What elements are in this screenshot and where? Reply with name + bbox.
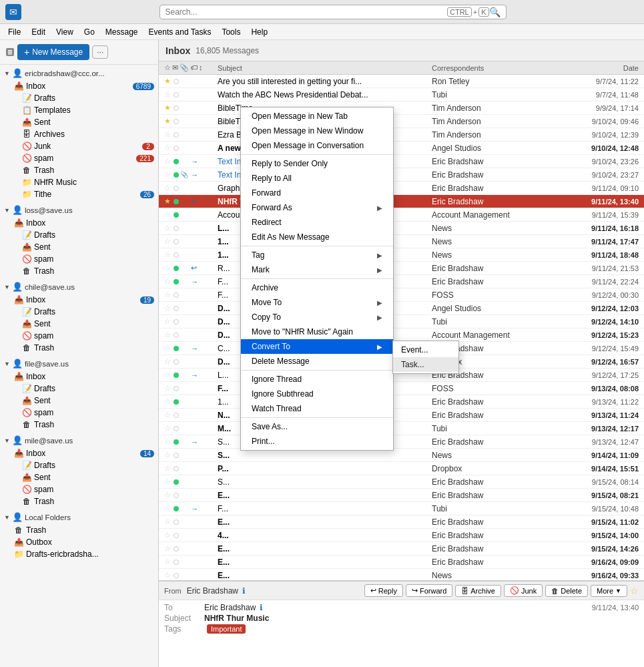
table-row[interactable]: ☆L...News9/11/24, 16:18 — [159, 222, 644, 235]
star-icon[interactable]: ☆ — [164, 384, 172, 393]
table-row[interactable]: ☆→F...Eric Bradshaw9/11/24, 22:24 — [159, 275, 644, 288]
menu-item-go[interactable]: Go — [79, 26, 100, 38]
star-icon[interactable]: ☆ — [164, 184, 172, 192]
archive-button[interactable]: 🗄 Archive — [455, 585, 501, 597]
folder-item-spam[interactable]: 🚫spam — [0, 330, 158, 342]
star-icon[interactable]: ☆ — [164, 411, 172, 419]
star-icon[interactable]: ☆ — [164, 304, 172, 312]
table-row[interactable]: ☆P...Dropbox9/14/24, 15:51 — [159, 462, 644, 475]
folder-item-drafts[interactable]: 📝Drafts — [0, 229, 158, 241]
folder-item-inbox[interactable]: 📥Inbox — [0, 217, 158, 229]
col-subject-header[interactable]: Subject — [218, 64, 432, 72]
forward-button[interactable]: ↪ Forward — [406, 584, 452, 597]
table-row[interactable]: ☆D...Angel Studios9/12/24, 12:03 — [159, 302, 644, 315]
folder-item-sent[interactable]: 📤Sent — [0, 318, 158, 330]
star-icon[interactable]: ☆ — [164, 558, 172, 566]
context-menu-item-open-message-in-new-window[interactable]: Open Message in New Window — [241, 124, 393, 138]
star-icon[interactable]: ☆ — [164, 477, 172, 486]
star-icon[interactable]: ☆ — [164, 504, 172, 513]
submenu-item-event---[interactable]: Event... — [393, 343, 458, 357]
context-menu-item-open-message-in-conversation[interactable]: Open Message in Conversation — [241, 138, 393, 153]
table-row[interactable]: ☆E...Eric Bradshaw9/15/24, 11:02 — [159, 515, 644, 529]
context-menu-item-convert-to[interactable]: Convert To▶ — [241, 339, 393, 354]
table-row[interactable]: ☆M...Tubi9/13/24, 12:17 — [159, 422, 644, 435]
table-row[interactable]: ☆Watch the ABC News Presidential Debat..… — [159, 88, 644, 101]
star-icon[interactable]: ☆ — [164, 464, 172, 473]
star-icon[interactable]: ☆ — [164, 277, 172, 286]
col-correspondents-header[interactable]: Correspondents — [432, 64, 552, 72]
context-menu-item-tag[interactable]: Tag▶ — [241, 248, 393, 262]
account-header[interactable]: ▼ 👤 mile@save.us — [0, 433, 158, 447]
folder-item-spam[interactable]: 🚫spam — [0, 407, 158, 419]
folder-item-inbox[interactable]: 📥Inbox14 — [0, 447, 158, 459]
menu-item-events-and-tasks[interactable]: Events and Tasks — [143, 26, 217, 38]
sort-attach-icon[interactable]: 📎 — [180, 63, 189, 72]
star-icon[interactable]: ☆ — [164, 424, 172, 433]
account-header[interactable]: ▼ 👤 chile@save.us — [0, 280, 158, 294]
star-icon[interactable]: ★ — [164, 103, 172, 112]
table-row[interactable]: ☆↩R...Eric Bradshaw9/11/24, 21:53 — [159, 262, 644, 275]
star-icon[interactable]: ☆ — [164, 571, 172, 580]
star-icon[interactable]: ☆ — [164, 344, 172, 353]
star-icon[interactable]: ☆ — [164, 451, 172, 459]
star-icon[interactable]: ☆ — [164, 317, 172, 326]
star-icon[interactable]: ☆ — [164, 437, 172, 446]
table-row[interactable]: ★BibleTimeTim Anderson9/9/24, 17:14 — [159, 101, 644, 115]
context-menu-item-forward[interactable]: Forward — [241, 186, 393, 200]
folder-item-trash[interactable]: 🗑Trash — [0, 342, 158, 354]
table-row[interactable]: ☆E...Eric Bradshaw9/16/24, 09:09 — [159, 555, 644, 569]
table-row[interactable]: ☆N...Eric Bradshaw9/13/24, 11:24 — [159, 409, 644, 422]
folder-item-drafts[interactable]: 📝Drafts — [0, 383, 158, 395]
star-icon[interactable]: ☆ — [164, 371, 172, 379]
table-row[interactable]: ☆GraphicsEric Bradshaw9/11/24, 09:10 — [159, 182, 644, 195]
table-row[interactable]: ☆→Text Install 1Eric Bradshaw9/10/24, 23… — [159, 155, 644, 168]
star-icon[interactable]: ☆ — [164, 170, 172, 179]
table-row[interactable]: ☆S...News9/14/24, 11:09 — [159, 449, 644, 462]
folder-item-trash[interactable]: 🗑Trash — [0, 495, 158, 507]
message-list-area[interactable]: ☆ ✉ 📎 🏷 ↕ Subject Correspondents Date ★A… — [159, 61, 644, 580]
table-row[interactable]: ★↩NHfR Thur MusicEric Bradshaw9/11/24, 1… — [159, 195, 644, 208]
delete-button[interactable]: 🗑 Delete — [545, 585, 588, 597]
star-icon[interactable]: ☆ — [164, 491, 172, 499]
context-menu-item-ignore-subthread[interactable]: Ignore Subthread — [241, 387, 393, 401]
context-menu-item-delete-message[interactable]: Delete Message — [241, 354, 393, 369]
folder-item-trash[interactable]: 🗑Trash — [0, 265, 158, 277]
star-icon[interactable]: ☆ — [164, 264, 172, 272]
table-row[interactable]: ★BibleTimeTim Anderson9/10/24, 09:46 — [159, 115, 644, 128]
context-menu-item-open-message-in-new-tab[interactable]: Open Message in New Tab — [241, 109, 393, 124]
sort-tag-icon[interactable]: 🏷 — [190, 63, 198, 72]
star-icon[interactable]: ★ — [164, 77, 172, 85]
context-menu-item-edit-as-new-message[interactable]: Edit As New Message — [241, 230, 393, 244]
folder-item-spam[interactable]: 🚫spam221 — [0, 152, 158, 164]
search-input[interactable] — [166, 7, 447, 17]
table-row[interactable]: ☆1...Eric Bradshaw9/13/24, 11:22 — [159, 395, 644, 409]
search-button[interactable]: 🔍 — [489, 7, 501, 17]
menu-item-view[interactable]: View — [51, 26, 79, 38]
folder-item-archives[interactable]: 🗄Archives — [0, 128, 158, 140]
menu-item-file[interactable]: File — [3, 26, 26, 38]
context-menu-item-reply-to-sender-only[interactable]: Reply to Sender Only — [241, 156, 393, 171]
account-header[interactable]: ▼ 👤 Local Folders — [0, 510, 158, 524]
folder-item-sent[interactable]: 📤Sent — [0, 241, 158, 253]
menu-item-help[interactable]: Help — [246, 26, 273, 38]
star-icon[interactable]: ☆ — [164, 397, 172, 406]
sort-read-icon[interactable]: ✉ — [172, 63, 178, 72]
context-menu-item-forward-as[interactable]: Forward As▶ — [241, 200, 393, 215]
star-icon[interactable]: ☆ — [164, 290, 172, 299]
folder-item-spam[interactable]: 🚫spam — [0, 253, 158, 265]
table-row[interactable]: ☆→S...Eric Bradshaw9/13/24, 12:47 — [159, 435, 644, 449]
account-header[interactable]: ▼ 👤 ericbradshaw@ccc.or... — [0, 66, 158, 80]
folder-item-trash[interactable]: 🗑Trash — [0, 524, 158, 536]
account-header[interactable]: ▼ 👤 loss@save.us — [0, 203, 158, 217]
table-row[interactable]: ☆F...FOSS9/12/24, 00:30 — [159, 288, 644, 302]
table-row[interactable]: ☆Ezra Bible AppTim Anderson9/10/24, 12:3… — [159, 128, 644, 142]
star-icon[interactable]: ☆ — [164, 250, 172, 259]
folder-item-drafts-ericbradsha---[interactable]: 📁Drafts-ericbradsha... — [0, 548, 158, 560]
col-date-header[interactable]: Date — [552, 64, 639, 72]
table-row[interactable]: ☆1...News9/11/24, 17:47 — [159, 235, 644, 248]
star-button[interactable]: ☆ — [630, 586, 639, 596]
table-row[interactable]: ☆Account ManagementAccount Management9/1… — [159, 208, 644, 222]
star-icon[interactable]: ☆ — [164, 90, 172, 99]
folder-item-trash[interactable]: 🗑Trash — [0, 164, 158, 176]
context-menu-item-archive[interactable]: Archive — [241, 280, 393, 295]
